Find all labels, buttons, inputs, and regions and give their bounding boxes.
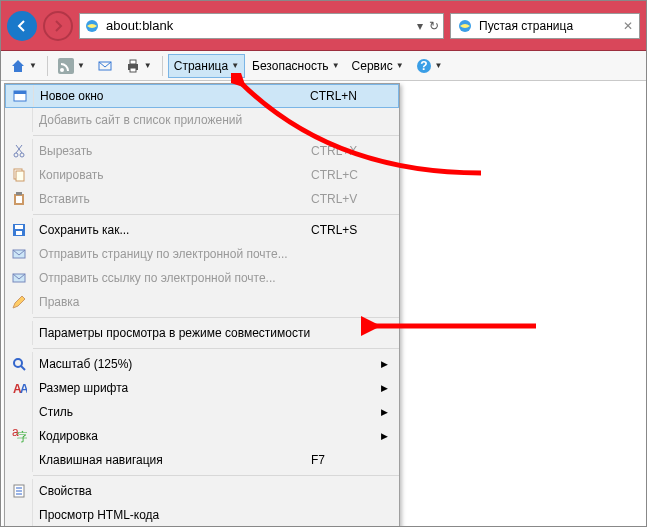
feeds-button[interactable]: ▼ bbox=[53, 54, 90, 78]
mail-page-icon bbox=[11, 246, 27, 262]
back-button[interactable] bbox=[7, 11, 37, 41]
fontsize-icon: AA bbox=[11, 380, 27, 396]
svg-point-13 bbox=[20, 153, 24, 157]
help-button[interactable]: ?▼ bbox=[411, 54, 448, 78]
cut-icon bbox=[11, 143, 27, 159]
menu-style[interactable]: Стиль▶ bbox=[5, 400, 399, 424]
refresh-icon[interactable]: ↻ bbox=[429, 19, 439, 33]
save-icon bbox=[11, 222, 27, 238]
service-menu-button[interactable]: Сервис ▼ bbox=[347, 54, 409, 78]
svg-rect-20 bbox=[15, 225, 23, 229]
svg-rect-11 bbox=[14, 91, 26, 94]
page-dropdown-menu: Новое окно CTRL+N Добавить сайт в список… bbox=[4, 83, 400, 527]
tab-title: Пустая страница bbox=[479, 19, 573, 33]
titlebar: ▾ ↻ Пустая страница ✕ bbox=[1, 1, 646, 51]
address-bar[interactable]: ▾ ↻ bbox=[79, 13, 444, 39]
close-icon[interactable]: ✕ bbox=[623, 19, 633, 33]
svg-text:A: A bbox=[20, 382, 27, 396]
properties-icon bbox=[11, 483, 27, 499]
url-input[interactable] bbox=[104, 17, 413, 34]
window-icon bbox=[12, 88, 28, 104]
ie-icon bbox=[84, 18, 100, 34]
paste-icon bbox=[11, 191, 27, 207]
rss-icon bbox=[58, 58, 74, 74]
browser-tab[interactable]: Пустая страница ✕ bbox=[450, 13, 640, 39]
ie-icon bbox=[457, 18, 473, 34]
mail-icon bbox=[97, 58, 113, 74]
menu-properties[interactable]: Свойства bbox=[5, 479, 399, 503]
svg-rect-21 bbox=[16, 231, 22, 235]
mail-link-icon bbox=[11, 270, 27, 286]
menu-compatibility-view[interactable]: Параметры просмотра в режиме совместимос… bbox=[5, 321, 399, 345]
dropdown-icon[interactable]: ▾ bbox=[417, 19, 423, 33]
zoom-icon bbox=[11, 356, 27, 372]
svg-point-3 bbox=[60, 68, 64, 72]
menu-save-as[interactable]: Сохранить как...CTRL+S bbox=[5, 218, 399, 242]
svg-point-12 bbox=[14, 153, 18, 157]
svg-rect-17 bbox=[16, 196, 22, 203]
copy-icon bbox=[11, 167, 27, 183]
menu-view-source[interactable]: Просмотр HTML-кода bbox=[5, 503, 399, 527]
menu-send-page: Отправить страницу по электронной почте.… bbox=[5, 242, 399, 266]
home-button[interactable]: ▼ bbox=[5, 54, 42, 78]
svg-rect-18 bbox=[16, 192, 22, 195]
encoding-icon: a字 bbox=[11, 428, 27, 444]
svg-rect-7 bbox=[130, 68, 136, 72]
svg-text:字: 字 bbox=[17, 430, 27, 444]
menu-cut: ВырезатьCTRL+X bbox=[5, 139, 399, 163]
svg-rect-6 bbox=[130, 60, 136, 64]
print-icon bbox=[125, 58, 141, 74]
security-menu-button[interactable]: Безопасность ▼ bbox=[247, 54, 344, 78]
menu-zoom[interactable]: Масштаб (125%)▶ bbox=[5, 352, 399, 376]
svg-text:?: ? bbox=[420, 59, 427, 73]
svg-point-24 bbox=[14, 359, 22, 367]
command-bar: ▼ ▼ ▼ Страница ▼ Безопасность ▼ Сервис ▼… bbox=[1, 51, 646, 81]
menu-edit: Правка bbox=[5, 290, 399, 314]
menu-new-window[interactable]: Новое окно CTRL+N bbox=[5, 84, 399, 108]
help-icon: ? bbox=[416, 58, 432, 74]
menu-encoding[interactable]: a字 Кодировка▶ bbox=[5, 424, 399, 448]
menu-font-size[interactable]: AA Размер шрифта▶ bbox=[5, 376, 399, 400]
readmail-button[interactable] bbox=[92, 54, 118, 78]
menu-caret-browsing[interactable]: Клавишная навигацияF7 bbox=[5, 448, 399, 472]
home-icon bbox=[10, 58, 26, 74]
forward-button[interactable] bbox=[43, 11, 73, 41]
menu-add-site: Добавить сайт в список приложений bbox=[5, 108, 399, 132]
menu-send-link: Отправить ссылку по электронной почте... bbox=[5, 266, 399, 290]
page-menu-button[interactable]: Страница ▼ bbox=[168, 54, 245, 78]
menu-copy: КопироватьCTRL+C bbox=[5, 163, 399, 187]
print-button[interactable]: ▼ bbox=[120, 54, 157, 78]
pencil-icon bbox=[11, 294, 27, 310]
menu-paste: ВставитьCTRL+V bbox=[5, 187, 399, 211]
svg-rect-15 bbox=[16, 171, 24, 181]
